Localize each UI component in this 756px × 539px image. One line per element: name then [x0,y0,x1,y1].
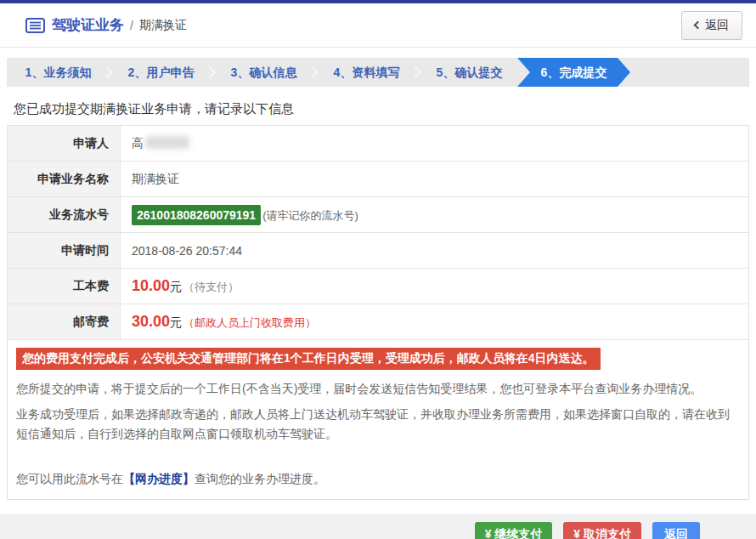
table-row-serial: 业务流水号 261001808260079191(请牢记你的流水号) [8,197,749,233]
row-label: 申请业务名称 [8,162,121,197]
progress-hint-suffix: 查询您的业务办理进度。 [195,472,325,485]
table-row-apply-time: 申请时间 2018-08-26 20:57:44 [8,233,749,269]
step-label: 1、业务须知 [25,65,92,79]
table-row-business-name: 申请业务名称 期满换证 [8,162,749,197]
fee-amount: 30.00 [132,313,170,330]
note-paragraph-2: 业务成功受理后，如果选择邮政寄递的，邮政人员将上门送达机动车驾驶证，并收取办理业… [16,405,740,444]
redacted-name-blur [145,136,189,149]
page-title: 驾驶证业务 [52,15,124,35]
fee-status-note: （邮政人员上门收取费用） [183,316,316,329]
return-button[interactable]: 返回 [652,522,700,539]
progress-query-link[interactable]: 【网办进度】 [123,472,195,485]
step-tab-5[interactable]: 5、确认提交 [418,58,521,87]
step-label: 5、确认提交 [437,65,503,79]
payment-alert-banner: 您的费用支付完成后，公安机关交通管理部门将在1个工作日内受理，受理成功后，邮政人… [16,348,601,370]
progress-hint-line: 您可以用此流水号在【网办进度】查询您的业务办理进度。 [16,469,740,489]
step-tab-2[interactable]: 2、用户申告 [110,58,212,87]
row-label: 申请时间 [8,233,121,269]
step-progress-bar: 1、业务须知 2、用户申告 3、确认信息 4、资料填写 5、确认提交 6、完成提… [7,58,749,87]
note-paragraph-1: 您所提交的申请，将于提交后的一个工作日(不含当天)受理，届时会发送短信告知受理结… [16,379,740,399]
continue-payment-button[interactable]: ¥ 继续支付 [475,522,553,539]
step-label: 4、资料填写 [334,65,400,79]
table-row-applicant: 申请人 高 [8,126,749,162]
back-button[interactable]: 返回 [681,11,742,40]
chevron-left-icon [694,21,702,30]
business-name: 期满换证 [132,172,179,185]
apply-time: 2018-08-26 20:57:44 [132,244,242,258]
breadcrumb-separator: / [130,19,133,32]
breadcrumb-current: 期满换证 [139,18,187,33]
step-tab-3[interactable]: 3、确认信息 [212,58,315,87]
serial-note: (请牢记你的流水号) [262,209,358,222]
application-info-table: 申请人 高 申请业务名称 期满换证 业务流水号 2610018082600791… [7,125,749,340]
serial-number-badge: 261001808260079191 [132,205,261,225]
table-row-postage-fee: 邮寄费 30.00元（邮政人员上门收取费用） [8,304,749,340]
fee-status-note: （待支付） [183,281,239,293]
step-tab-1[interactable]: 1、业务须知 [7,58,110,87]
step-label: 3、确认信息 [231,65,297,79]
step-label: 6、完成提交 [541,65,607,79]
row-label: 业务流水号 [8,197,121,233]
action-footer: ¥ 继续支付 ¥ 取消支付 返回 [0,514,756,539]
success-message: 您已成功提交期满换证业务申请，请记录以下信息 [14,101,742,117]
step-label: 2、用户申告 [128,65,195,79]
step-tab-4[interactable]: 4、资料填写 [315,58,418,87]
fee-unit: 元 [170,315,182,329]
list-form-icon [25,18,45,33]
fee-amount: 10.00 [132,277,170,294]
row-label: 工本费 [8,269,121,304]
back-button-label: 返回 [705,18,729,33]
row-label: 申请人 [8,126,121,162]
step-tab-6-active[interactable]: 6、完成提交 [517,58,630,87]
row-label: 邮寄费 [8,304,121,340]
applicant-name: 高 [132,136,144,150]
fee-unit: 元 [170,280,182,293]
progress-hint-prefix: 您可以用此流水号在 [16,472,123,485]
cancel-payment-button[interactable]: ¥ 取消支付 [563,522,641,539]
page-header: 驾驶证业务 / 期满换证 返回 [0,3,756,48]
notes-section: 您的费用支付完成后，公安机关交通管理部门将在1个工作日内受理，受理成功后，邮政人… [7,340,749,500]
table-row-production-fee: 工本费 10.00元（待支付） [8,269,749,304]
